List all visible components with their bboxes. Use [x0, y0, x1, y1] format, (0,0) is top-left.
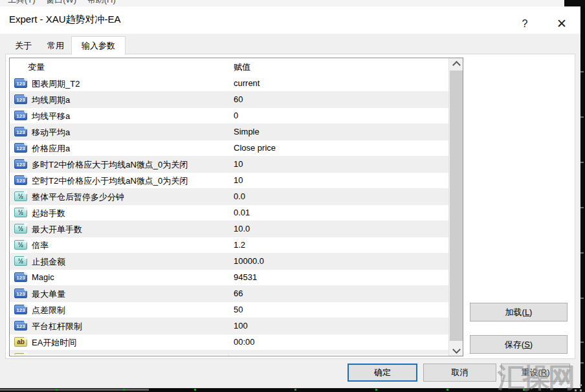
param-value[interactable]: 0: [234, 111, 238, 120]
price-scale-tick: [580, 252, 584, 254]
price-scale-tick: [580, 362, 584, 364]
background-menu-items: 工具(T) 窗口(W) 帮助(H): [8, 0, 116, 6]
scroll-down-icon[interactable]: [449, 345, 463, 356]
param-value[interactable]: Simple: [234, 127, 259, 136]
chart-volume-speck: [523, 389, 525, 391]
table-row[interactable]: 123平台杠杆限制100: [10, 318, 448, 334]
param-value[interactable]: 100: [234, 321, 248, 331]
price-scale-tick: [580, 342, 584, 343]
table-row[interactable]: ½起始手数0.01: [10, 205, 448, 221]
param-value[interactable]: 66: [234, 289, 243, 298]
table-row[interactable]: 123均线平移a0: [10, 108, 448, 124]
param-name: 价格应用a: [32, 143, 70, 155]
double-icon: ½: [14, 224, 27, 234]
background-chart-bottom: [0, 388, 585, 392]
chart-volume-speck: [194, 389, 196, 391]
price-scale-tick: [580, 116, 584, 118]
tab-inputs[interactable]: 输入参数: [71, 36, 126, 55]
param-value[interactable]: Close price: [234, 143, 276, 153]
dialog-titlebar: Expert - XAU趋势对冲-EA ? ✕: [0, 6, 580, 34]
param-value[interactable]: 50: [234, 305, 243, 314]
table-row[interactable]: ½整体平仓后暂停多少分钟0.0: [10, 189, 448, 205]
int-icon: 123: [14, 94, 27, 104]
param-name: 均线周期a: [32, 94, 70, 106]
column-header-value: 赋值: [234, 61, 250, 73]
param-value[interactable]: 00:00: [234, 337, 255, 347]
param-value[interactable]: 10: [234, 159, 243, 169]
param-name: EA开始时间: [32, 337, 76, 349]
table-row[interactable]: 123移动平均aSimple: [10, 124, 448, 140]
param-value[interactable]: current: [234, 78, 259, 88]
chart-volume-speck: [123, 389, 125, 391]
table-row[interactable]: 123Magic94531: [10, 270, 448, 286]
table-row[interactable]: 123点差限制50: [10, 302, 448, 318]
int-icon: 123: [14, 272, 27, 282]
reset-button[interactable]: 重设(R): [501, 364, 570, 382]
param-name: EA结束时间: [32, 353, 76, 354]
price-scale-tick: [580, 71, 584, 72]
table-row[interactable]: 123多时T2中价格应大于均线aN微点_0为关闭10: [10, 157, 448, 173]
param-name: 平台杠杆限制: [32, 321, 82, 332]
int-icon: 123: [14, 159, 27, 169]
param-value[interactable]: 10.0: [234, 224, 250, 234]
param-value[interactable]: 0.0: [234, 191, 245, 201]
table-row[interactable]: 123均线周期a60: [10, 92, 448, 108]
help-icon[interactable]: ?: [514, 16, 535, 32]
chart-volume-speck: [294, 389, 296, 391]
param-value[interactable]: 1.2: [234, 240, 245, 250]
string-icon: ab: [14, 337, 27, 347]
table-row[interactable]: 123空时T2中价格应小于均线aN微点_0为关闭10: [10, 173, 448, 189]
price-scale-tick: [580, 298, 584, 299]
tab-about[interactable]: 关于: [8, 38, 39, 54]
table-row[interactable]: ½止损金额10000.0: [10, 254, 448, 270]
background-chart-bottom-bar: [0, 389, 149, 391]
param-name: 均线平移a: [32, 111, 70, 122]
load-button[interactable]: 加载(L): [470, 303, 568, 321]
param-name: 起始手数: [32, 208, 65, 219]
param-value[interactable]: 60: [234, 94, 243, 104]
scroll-up-icon[interactable]: [449, 58, 463, 69]
param-name: 最大开单手数: [32, 224, 82, 235]
table-row[interactable]: ½倍率1.2: [10, 237, 448, 254]
int-icon: 123: [14, 143, 27, 153]
table-row[interactable]: abEA结束时间24:00: [10, 351, 448, 354]
scrollbar-thumb[interactable]: [450, 71, 463, 341]
close-icon[interactable]: ✕: [549, 16, 574, 32]
resize-grip-icon[interactable]: [575, 384, 582, 392]
param-name: 移动平均a: [32, 127, 70, 138]
table-scrollbar[interactable]: [448, 58, 463, 356]
cancel-button[interactable]: 取消: [423, 364, 496, 382]
param-name: 图表周期_T2: [32, 78, 80, 90]
param-value[interactable]: 10: [234, 175, 243, 185]
double-icon: ½: [14, 208, 27, 217]
param-name: 最大单量: [32, 289, 65, 300]
chart-volume-speck: [375, 389, 377, 391]
price-scale-tick: [580, 207, 584, 208]
table-row[interactable]: ½最大开单手数10.0: [10, 221, 448, 237]
param-name: 止损金额: [32, 256, 65, 268]
chevron-down-icon: [452, 345, 461, 354]
int-icon: 123: [14, 289, 27, 298]
param-value[interactable]: 0.01: [234, 208, 250, 217]
int-icon: 123: [14, 321, 27, 331]
table-row[interactable]: 123价格应用aClose price: [10, 140, 448, 157]
param-name: 倍率: [32, 240, 49, 252]
int-icon: 123: [14, 78, 27, 88]
param-name: Magic: [32, 272, 54, 282]
screen: 工具(T) 窗口(W) 帮助(H) Expert - XAU趋势对冲-EA ? …: [0, 0, 585, 392]
string-icon: ab: [14, 353, 27, 354]
param-value[interactable]: 24:00: [234, 353, 255, 354]
table-row[interactable]: 123最大单量66: [10, 286, 448, 302]
param-name: 整体平仓后暂停多少分钟: [32, 191, 124, 203]
ok-button[interactable]: 确定: [348, 364, 417, 382]
chart-volume-speck: [447, 389, 448, 391]
chart-volume-speck: [56, 389, 58, 391]
price-scale-tick: [580, 162, 584, 163]
param-name: 空时T2中价格应小于均线aN微点_0为关闭: [32, 175, 188, 187]
param-value[interactable]: 94531: [234, 272, 257, 282]
table-row[interactable]: 123图表周期_T2current: [10, 76, 448, 92]
param-value[interactable]: 10000.0: [234, 256, 264, 266]
tab-common[interactable]: 常用: [40, 38, 71, 54]
save-button[interactable]: 保存(S): [470, 335, 568, 354]
table-row[interactable]: abEA开始时间00:00: [10, 334, 448, 351]
